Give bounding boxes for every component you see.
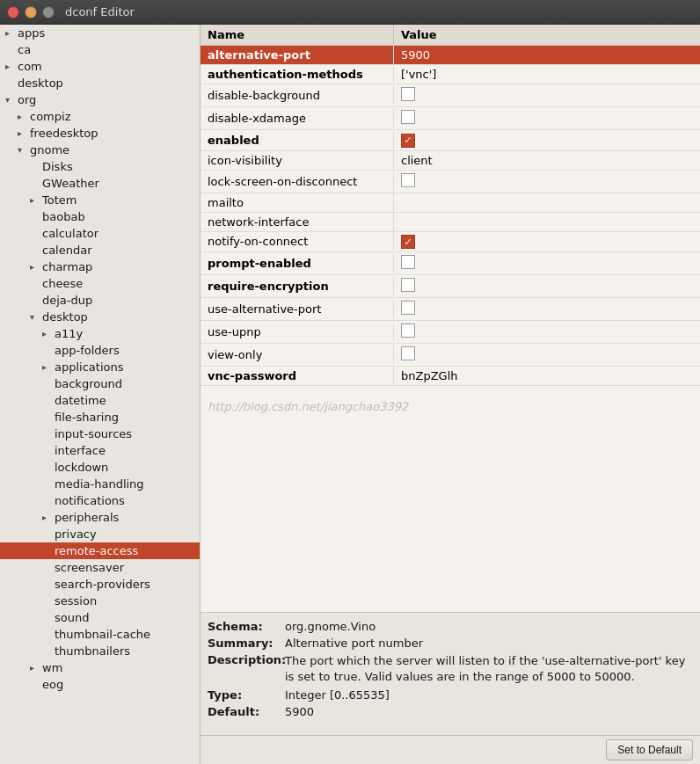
sidebar-item-GWeather[interactable]: GWeather <box>0 175 200 192</box>
sidebar-item-apps[interactable]: ▸apps <box>0 25 200 41</box>
sidebar-item-compiz[interactable]: ▸compiz <box>0 108 200 125</box>
close-button[interactable] <box>7 6 19 18</box>
checkbox-require-encryption[interactable] <box>401 278 415 292</box>
table-body: alternative-port5900authentication-metho… <box>201 46 700 386</box>
sidebar-item-cheese[interactable]: cheese <box>0 275 200 292</box>
sidebar: ▸appsca▸comdesktop▾org▸compiz▸freedeskto… <box>0 25 201 764</box>
type-value: Integer [0..65535] <box>285 688 693 702</box>
cell-value-14 <box>394 344 422 366</box>
sidebar-item-thumbnail-cache[interactable]: thumbnail-cache <box>0 626 200 643</box>
table-row[interactable]: enabled <box>201 130 700 151</box>
sidebar-item-desktop[interactable]: desktop <box>0 75 200 91</box>
cell-name-3: disable-xdamage <box>201 109 394 127</box>
table-row[interactable]: view-only <box>201 344 700 367</box>
sidebar-item-baobab[interactable]: baobab <box>0 208 200 225</box>
schema-row: Schema: org.gnome.Vino <box>208 620 693 633</box>
table-row[interactable]: lock-screen-on-disconnect <box>201 171 700 193</box>
sidebar-item-calculator[interactable]: calculator <box>0 225 200 242</box>
sidebar-item-Totem[interactable]: ▸Totem <box>0 192 200 208</box>
sidebar-item-label-calendar: calendar <box>42 244 92 257</box>
sidebar-item-search-providers[interactable]: search-providers <box>0 576 200 593</box>
sidebar-item-session[interactable]: session <box>0 593 200 609</box>
sidebar-item-charmap[interactable]: ▸charmap <box>0 258 200 275</box>
table-row[interactable]: use-alternative-port <box>201 298 700 321</box>
sidebar-item-notifications[interactable]: notifications <box>0 492 200 509</box>
sidebar-item-screensaver[interactable]: screensaver <box>0 559 200 576</box>
checkbox-lock-screen-on-disconnect[interactable] <box>401 173 415 187</box>
sidebar-item-input-sources[interactable]: input-sources <box>0 426 200 442</box>
minimize-button[interactable] <box>25 6 37 18</box>
checkbox-use-alternative-port[interactable] <box>401 301 415 315</box>
sidebar-item-label-background: background <box>55 377 122 390</box>
sidebar-item-label-peripherals: peripherals <box>55 511 119 524</box>
cell-name-14: view-only <box>201 346 394 364</box>
cell-name-12: use-alternative-port <box>201 300 394 318</box>
table-row[interactable]: vnc-passwordbnZpZGlh <box>201 367 700 386</box>
table-row[interactable]: disable-background <box>201 84 700 107</box>
cell-value-9 <box>394 232 422 252</box>
sidebar-item-sound[interactable]: sound <box>0 609 200 626</box>
table-row[interactable]: authentication-methods['vnc'] <box>201 65 700 84</box>
checkbox-notify-on-connect[interactable] <box>401 235 415 249</box>
sidebar-item-datetime[interactable]: datetime <box>0 392 200 409</box>
sidebar-item-gnome[interactable]: ▾gnome <box>0 142 200 158</box>
tree-arrow-com: ▸ <box>5 62 18 71</box>
sidebar-item-label-com: com <box>18 60 42 73</box>
sidebar-item-deja-dup[interactable]: deja-dup <box>0 292 200 309</box>
sidebar-item-background[interactable]: background <box>0 375 200 392</box>
sidebar-item-label-compiz: compiz <box>30 110 70 123</box>
sidebar-item-interface[interactable]: interface <box>0 442 200 459</box>
sidebar-item-a11y[interactable]: ▸a11y <box>0 325 200 342</box>
table-row[interactable]: use-upnp <box>201 321 700 344</box>
sidebar-item-eog[interactable]: eog <box>0 676 200 693</box>
sidebar-item-lockdown[interactable]: lockdown <box>0 459 200 476</box>
sidebar-item-app-folders[interactable]: app-folders <box>0 342 200 359</box>
checkbox-enabled[interactable] <box>401 134 415 148</box>
cell-value-12 <box>394 298 422 320</box>
sidebar-item-com[interactable]: ▸com <box>0 58 200 75</box>
table-row[interactable]: alternative-port5900 <box>201 46 700 65</box>
cell-name-0: alternative-port <box>201 46 394 64</box>
table-row[interactable]: require-encryption <box>201 275 700 298</box>
checkbox-use-upnp[interactable] <box>401 324 415 338</box>
table-row[interactable]: icon-visibilityclient <box>201 151 700 171</box>
set-to-default-button[interactable]: Set to Default <box>606 739 693 760</box>
table-row[interactable]: network-interface <box>201 213 700 232</box>
checkbox-view-only[interactable] <box>401 346 415 360</box>
checkbox-disable-xdamage[interactable] <box>401 110 415 124</box>
sidebar-item-ca[interactable]: ca <box>0 41 200 58</box>
tree-arrow-org: ▾ <box>5 95 18 105</box>
table-row[interactable]: prompt-enabled <box>201 252 700 275</box>
checkbox-disable-background[interactable] <box>401 87 415 101</box>
sidebar-item-remote-access[interactable]: remote-access <box>0 542 200 559</box>
table-row[interactable]: disable-xdamage <box>201 107 700 130</box>
sidebar-item-label-Totem: Totem <box>42 193 77 207</box>
sidebar-item-media-handling[interactable]: media-handling <box>0 476 200 492</box>
sidebar-item-desktop[interactable]: ▾desktop <box>0 309 200 325</box>
tree-arrow-compiz: ▸ <box>18 112 30 121</box>
maximize-button[interactable] <box>42 6 55 18</box>
schema-label: Schema: <box>208 620 285 633</box>
sidebar-item-label-notifications: notifications <box>55 494 125 507</box>
checkbox-prompt-enabled[interactable] <box>401 255 415 269</box>
sidebar-item-applications[interactable]: ▸applications <box>0 359 200 375</box>
table-row[interactable]: mailto <box>201 193 700 213</box>
sidebar-item-org[interactable]: ▾org <box>0 91 200 108</box>
tree-arrow-Totem: ▸ <box>30 195 42 205</box>
sidebar-item-label-thumbnailers: thumbnailers <box>55 644 130 658</box>
sidebar-item-freedesktop[interactable]: ▸freedesktop <box>0 125 200 142</box>
sidebar-item-label-sound: sound <box>55 611 89 624</box>
sidebar-item-thumbnailers[interactable]: thumbnailers <box>0 643 200 659</box>
sidebar-item-file-sharing[interactable]: file-sharing <box>0 409 200 426</box>
sidebar-item-label-interface: interface <box>55 444 106 457</box>
sidebar-item-Disks[interactable]: Disks <box>0 158 200 175</box>
sidebar-item-calendar[interactable]: calendar <box>0 242 200 258</box>
table-row[interactable]: notify-on-connect <box>201 232 700 253</box>
cell-value-13 <box>394 321 422 343</box>
description-value: The port which the server will listen to… <box>285 653 693 685</box>
cell-name-11: require-encryption <box>201 277 394 295</box>
right-panel: Name Value alternative-port5900authentic… <box>201 25 700 764</box>
sidebar-item-wm[interactable]: ▸wm <box>0 659 200 676</box>
sidebar-item-privacy[interactable]: privacy <box>0 526 200 542</box>
sidebar-item-peripherals[interactable]: ▸peripherals <box>0 509 200 526</box>
